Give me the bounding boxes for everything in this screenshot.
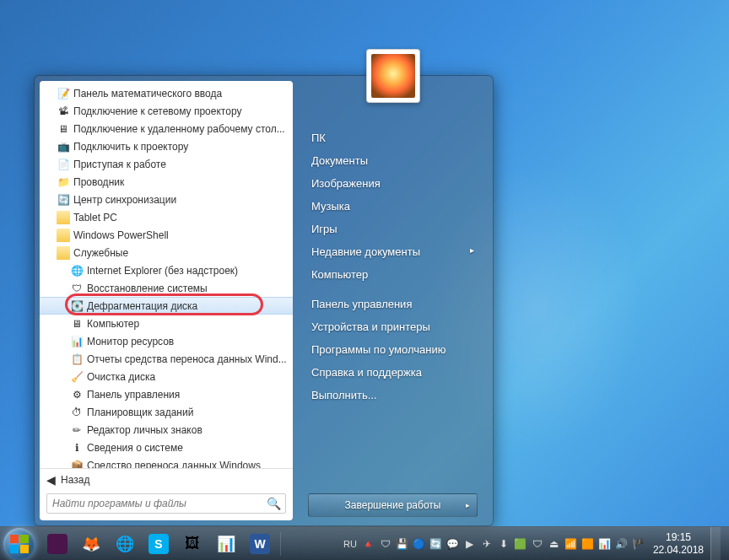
program-label: Восстановление системы <box>87 283 208 294</box>
tray-icon[interactable]: 💬 <box>446 536 461 552</box>
program-item[interactable]: 📝Панель математического ввода <box>40 84 293 102</box>
program-item[interactable]: Tablet PC <box>40 208 293 226</box>
program-item[interactable]: 🛡Восстановление системы <box>40 279 293 297</box>
app-icon: 📊 <box>70 335 84 348</box>
program-label: Дефрагментация диска <box>87 300 197 312</box>
folder-icon <box>57 211 70 224</box>
start-menu-link[interactable]: Панель управления <box>308 293 478 315</box>
start-menu-link[interactable]: Недавние документы <box>308 240 478 263</box>
program-item[interactable]: ℹСведения о системе <box>40 439 293 456</box>
program-item[interactable]: 📺Подключить к проектору <box>40 137 293 155</box>
app-icon: 🛡 <box>70 282 84 295</box>
shutdown-button[interactable]: Завершение работы <box>308 493 478 517</box>
taskbar-app-skype[interactable]: S <box>143 530 175 557</box>
app-icon: 🧹 <box>70 370 84 384</box>
app-icon: ⚙ <box>70 388 84 401</box>
user-avatar[interactable] <box>366 49 420 103</box>
back-arrow-icon: ◀ <box>46 473 56 487</box>
taskbar-app-app2[interactable]: 📊 <box>210 530 242 557</box>
program-item[interactable]: 📽Подключение к сетевому проектору <box>40 102 293 120</box>
program-label: Internet Explorer (без надстроек) <box>87 265 238 277</box>
program-label: Редактор личных знаков <box>87 424 202 436</box>
tray-icon[interactable]: 🛡 <box>530 536 545 552</box>
tray-icon[interactable]: ▶ <box>462 536 478 552</box>
program-item[interactable]: Служебные <box>40 244 293 261</box>
back-button[interactable]: ◀ Назад <box>40 468 293 490</box>
program-item[interactable]: ⚙Панель управления <box>40 385 293 403</box>
taskbar-app-slack[interactable] <box>41 530 73 557</box>
start-menu-link[interactable]: Изображения <box>308 172 478 195</box>
tray-icon[interactable]: 🔺 <box>361 536 376 552</box>
tray-icon[interactable]: 📊 <box>597 536 613 552</box>
program-item[interactable]: 🌐Internet Explorer (без надстроек) <box>40 261 293 279</box>
app-icon: 📄 <box>57 158 70 171</box>
program-label: Проводник <box>73 176 124 188</box>
program-item[interactable]: 🔄Центр синхронизации <box>40 191 293 208</box>
show-desktop-button[interactable] <box>710 527 721 561</box>
tray-icon[interactable]: 📶 <box>564 536 579 552</box>
tray-icon[interactable]: 💾 <box>395 536 410 552</box>
program-item[interactable]: 🧹Очистка диска <box>40 368 293 385</box>
folder-icon <box>57 246 70 260</box>
program-item[interactable]: 💽Дефрагментация диска <box>40 297 293 315</box>
start-menu-link[interactable]: Справка и поддержка <box>308 361 478 384</box>
program-label: Компьютер <box>87 318 139 330</box>
taskbar-app-firefox[interactable]: 🦊 <box>75 530 107 557</box>
app-icon: 📁 <box>57 175 70 189</box>
programs-list[interactable]: 📝Панель математического ввода📽Подключени… <box>40 81 293 468</box>
tray-icon[interactable]: 🔄 <box>429 536 444 552</box>
app-icon: ✏ <box>70 423 84 437</box>
start-button[interactable] <box>3 528 35 560</box>
search-input[interactable] <box>52 498 267 509</box>
clock[interactable]: 19:15 22.04.2018 <box>648 531 709 556</box>
date-text: 22.04.2018 <box>653 544 704 556</box>
start-menu-link[interactable]: Компьютер <box>308 263 478 286</box>
tray-icon[interactable]: 🟧 <box>580 536 596 552</box>
program-label: Планировщик заданий <box>87 407 193 418</box>
program-item[interactable]: 📊Монитор ресурсов <box>40 332 293 350</box>
start-menu-right-panel: ПКДокументыИзображенияМузыкаИгрыНедавние… <box>293 76 493 525</box>
search-box[interactable]: 🔍 <box>46 493 286 514</box>
lang-indicator[interactable]: RU <box>341 536 359 552</box>
back-label: Назад <box>61 474 89 486</box>
taskbar-app-app[interactable]: 🖼 <box>176 530 208 557</box>
tray-icon[interactable]: 🟩 <box>513 536 528 552</box>
program-item[interactable]: ⏱Планировщик заданий <box>40 403 293 421</box>
taskbar-app-word[interactable]: W <box>244 530 276 557</box>
start-menu-link[interactable]: Выполнить... <box>308 384 478 407</box>
taskbar-app-chrome[interactable]: 🌐 <box>109 530 141 557</box>
tray-icon[interactable]: ⬇ <box>496 536 511 552</box>
start-menu-link[interactable]: Программы по умолчанию <box>308 338 478 361</box>
program-label: Панель математического ввода <box>73 88 222 100</box>
program-label: Подключение к удаленному рабочему стол..… <box>73 123 285 135</box>
tray-icon[interactable]: 🔵 <box>412 536 427 552</box>
app-icon: 🖥 <box>70 317 84 331</box>
program-item[interactable]: 📦Средство переноса данных Windows <box>40 456 293 468</box>
tray-icon[interactable]: ✈ <box>479 536 494 552</box>
program-item[interactable]: ✏Редактор личных знаков <box>40 421 293 439</box>
start-menu-link[interactable]: Документы <box>308 149 478 172</box>
app-icon: 🔄 <box>57 193 70 207</box>
start-menu-link[interactable]: Музыка <box>308 195 478 218</box>
app-icon: ⏱ <box>70 406 84 419</box>
tray-icon[interactable]: ⏏ <box>547 536 562 552</box>
tray-icon[interactable]: 🛡 <box>378 536 393 552</box>
program-item[interactable]: 📁Проводник <box>40 173 293 191</box>
taskbar-separator <box>280 532 281 556</box>
program-label: Tablet PC <box>73 212 117 223</box>
app-icon: ℹ <box>70 441 84 455</box>
time-text: 19:15 <box>653 531 704 543</box>
program-item[interactable]: 🖥Подключение к удаленному рабочему стол.… <box>40 120 293 137</box>
start-menu-link[interactable]: Устройства и принтеры <box>308 315 478 338</box>
program-item[interactable]: 🖥Компьютер <box>40 315 293 332</box>
start-menu-link[interactable]: Игры <box>308 218 478 240</box>
app-icon: 📝 <box>57 87 70 100</box>
start-menu-left-panel: 📝Панель математического ввода📽Подключени… <box>40 81 293 520</box>
program-item[interactable]: 📋Отчеты средства переноса данных Wind... <box>40 350 293 368</box>
tray-icon[interactable]: 🏴 <box>631 536 646 552</box>
program-item[interactable]: 📄Приступая к работе <box>40 155 293 173</box>
start-menu-link[interactable]: ПК <box>308 127 478 149</box>
program-label: Средство переноса данных Windows <box>87 460 261 469</box>
program-item[interactable]: Windows PowerShell <box>40 226 293 244</box>
tray-icon[interactable]: 🔊 <box>614 536 629 552</box>
